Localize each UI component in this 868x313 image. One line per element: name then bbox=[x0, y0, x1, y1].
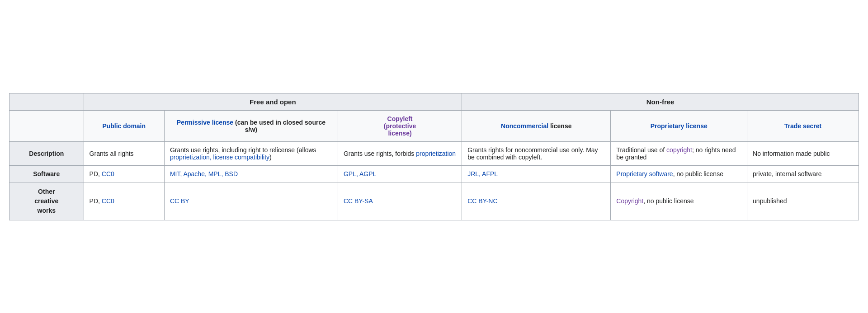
row-header-software: Software bbox=[9, 165, 84, 182]
desc-copyleft: Grants use rights, forbids proprietizati… bbox=[338, 141, 462, 165]
copyright-link[interactable]: copyright bbox=[666, 146, 692, 154]
desc-noncommercial: Grants rights for noncommercial use only… bbox=[462, 141, 611, 165]
jrl-afpl-link[interactable]: JRL, AFPL bbox=[467, 170, 498, 178]
creative-copyleft: CC BY-SA bbox=[338, 182, 462, 220]
col-header-noncommercial: Noncommercial license bbox=[462, 110, 611, 141]
creative-public-domain: PD, CC0 bbox=[84, 182, 164, 220]
noncommercial-label-link[interactable]: Noncommercial bbox=[501, 122, 548, 130]
col-header-proprietary: Proprietary license bbox=[611, 110, 747, 141]
creative-trade-secret: unpublished bbox=[747, 182, 859, 220]
noncommercial-label-suffix: license bbox=[550, 122, 571, 130]
col-header-public-domain: Public domain bbox=[84, 110, 164, 141]
creative-permissive: CC BY bbox=[164, 182, 338, 220]
permissive-label-link[interactable]: Permissive license bbox=[177, 119, 233, 126]
gpl-agpl-link[interactable]: GPL, AGPL bbox=[344, 170, 376, 178]
creative-noncommercial: CC BY-NC bbox=[462, 182, 611, 220]
software-public-domain: PD, CC0 bbox=[84, 165, 164, 182]
permissive-label-suffix: (can be used in closed source s/w) bbox=[235, 119, 326, 133]
cc-by-link[interactable]: CC BY bbox=[170, 197, 189, 205]
col-header-empty bbox=[9, 110, 84, 141]
col-header-trade-secret: Trade secret bbox=[747, 110, 859, 141]
proprietary-software-link[interactable]: Proprietary software bbox=[616, 170, 673, 178]
desc-trade-secret: No information made public bbox=[747, 141, 859, 165]
license-comparison-table: Free and open Non-free Public domain Per… bbox=[9, 93, 859, 220]
copyleft-proprietization-link[interactable]: proprietization bbox=[416, 150, 456, 157]
mit-apache-link[interactable]: MIT, Apache, MPL, BSD bbox=[170, 170, 238, 178]
row-header-creative: Othercreativeworks bbox=[9, 182, 84, 220]
desc-permissive: Grants use rights, including right to re… bbox=[164, 141, 338, 165]
copyright-link-2[interactable]: Copyright bbox=[616, 197, 643, 205]
cc0-link-2[interactable]: CC0 bbox=[102, 197, 114, 205]
cc-by-nc-link[interactable]: CC BY-NC bbox=[467, 197, 497, 205]
row-header-description: Description bbox=[9, 141, 84, 165]
creative-proprietary: Copyright, no public license bbox=[611, 182, 747, 220]
col-header-permissive: Permissive license (can be used in close… bbox=[164, 110, 338, 141]
empty-group-header bbox=[9, 93, 84, 110]
desc-proprietary: Traditional use of copyright; no rights … bbox=[611, 141, 747, 165]
proprietization-link[interactable]: proprietization, license compatibility bbox=[170, 154, 269, 161]
cc-by-sa-link[interactable]: CC BY-SA bbox=[344, 197, 373, 205]
software-permissive: MIT, Apache, MPL, BSD bbox=[164, 165, 338, 182]
software-proprietary: Proprietary software, no public license bbox=[611, 165, 747, 182]
cc0-link-1[interactable]: CC0 bbox=[102, 170, 114, 178]
software-trade-secret: private, internal software bbox=[747, 165, 859, 182]
non-free-group-header: Non-free bbox=[462, 93, 859, 110]
software-copyleft: GPL, AGPL bbox=[338, 165, 462, 182]
free-open-group-header: Free and open bbox=[84, 93, 462, 110]
col-header-copyleft: Copyleft(protectivelicense) bbox=[338, 110, 462, 141]
desc-public-domain: Grants all rights bbox=[84, 141, 164, 165]
software-noncommercial: JRL, AFPL bbox=[462, 165, 611, 182]
